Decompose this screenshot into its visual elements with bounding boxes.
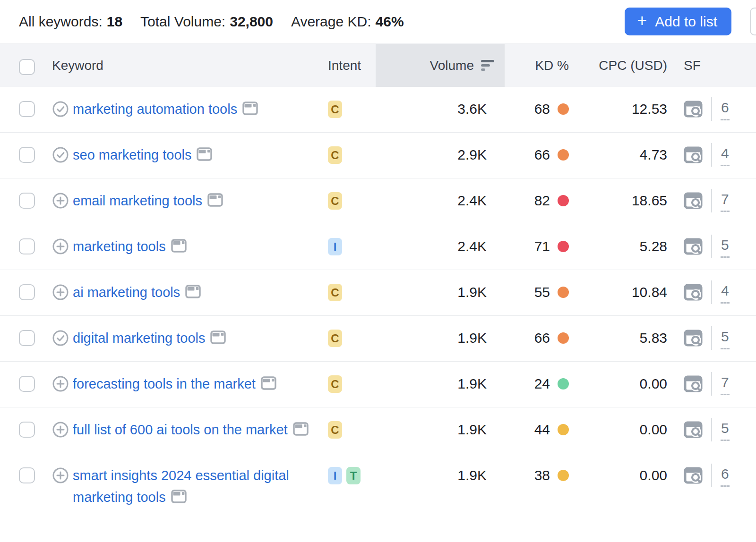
keyword-link[interactable]: email marketing tools <box>73 190 223 212</box>
row-checkbox[interactable] <box>19 193 35 209</box>
summary-stats: All keywords:18 Total Volume:32,800 Aver… <box>19 14 404 30</box>
serp-preview-icon[interactable] <box>684 421 703 438</box>
cpc-column-header: CPC (USD) <box>572 44 671 87</box>
keyword-added-check-circle-icon[interactable] <box>52 101 69 118</box>
row-checkbox[interactable] <box>19 467 35 483</box>
add-keyword-plus-circle-icon[interactable] <box>52 467 69 484</box>
cpc-value: 5.28 <box>640 236 667 257</box>
table-row: ai marketing tools C 1.9K 55 10.84 4 <box>0 270 756 316</box>
serp-preview-icon[interactable] <box>684 330 703 347</box>
divider <box>711 280 712 304</box>
sf-count-link[interactable]: 6 <box>721 465 730 487</box>
intent-badges: C <box>326 373 376 393</box>
intent-badge-c: C <box>328 284 342 301</box>
serp-features-icon <box>207 193 223 207</box>
serp-preview-icon[interactable] <box>684 467 703 484</box>
volume-value: 1.9K <box>457 281 487 303</box>
kd-value: 24 <box>534 373 550 395</box>
cpc-value: 12.53 <box>632 98 667 120</box>
sf-count-link[interactable]: 6 <box>721 98 730 120</box>
intent-badges: C <box>326 144 376 164</box>
add-keyword-plus-circle-icon[interactable] <box>52 284 69 301</box>
intent-badge-c: C <box>328 421 342 439</box>
row-checkbox[interactable] <box>19 101 35 117</box>
average-kd-stat: Average KD:46% <box>291 14 404 30</box>
all-keywords-stat: All keywords:18 <box>19 14 122 30</box>
sort-descending-icon <box>481 60 494 71</box>
plus-icon: + <box>637 12 647 29</box>
kd-level-dot <box>558 241 569 252</box>
add-to-list-button[interactable]: + Add to list <box>625 8 731 35</box>
row-checkbox[interactable] <box>19 284 35 300</box>
sf-count-link[interactable]: 5 <box>721 236 730 258</box>
add-keyword-plus-circle-icon[interactable] <box>52 192 69 209</box>
volume-value: 1.9K <box>457 465 487 486</box>
row-checkbox[interactable] <box>19 376 35 392</box>
kd-value: 66 <box>534 144 550 166</box>
keyword-link[interactable]: seo marketing tools <box>73 144 212 166</box>
keyword-link[interactable]: smart insights 2024 essential digital ma… <box>73 465 309 508</box>
keyword-link[interactable]: ai marketing tools <box>73 281 201 303</box>
kd-value: 44 <box>534 419 550 440</box>
intent-badge-i: I <box>328 238 342 255</box>
sf-count-link[interactable]: 5 <box>721 327 730 349</box>
keyword-link[interactable]: marketing automation tools <box>73 98 258 120</box>
kd-level-dot <box>558 149 569 161</box>
kd-value: 82 <box>534 190 550 212</box>
volume-value: 2.4K <box>457 190 487 212</box>
intent-badges: C <box>326 327 376 347</box>
sf-count-link[interactable]: 7 <box>721 373 730 395</box>
serp-preview-icon[interactable] <box>684 284 703 301</box>
table-row: digital marketing tools C 1.9K 66 5.83 5 <box>0 316 756 362</box>
add-keyword-plus-circle-icon[interactable] <box>52 375 69 392</box>
divider <box>711 97 712 121</box>
serp-features-icon <box>242 102 258 115</box>
serp-preview-icon[interactable] <box>684 101 703 118</box>
divider <box>711 235 712 258</box>
keyword-link[interactable]: digital marketing tools <box>73 327 226 349</box>
keyword-added-check-circle-icon[interactable] <box>52 146 69 163</box>
intent-badge-t: T <box>346 467 361 484</box>
volume-column-header[interactable]: Volume <box>376 44 505 87</box>
keyword-link[interactable]: forecasting tools in the market <box>73 373 276 395</box>
volume-value: 2.9K <box>457 144 487 166</box>
keyword-link[interactable]: full list of 600 ai tools on the market <box>73 419 309 440</box>
serp-preview-icon[interactable] <box>684 146 703 163</box>
cpc-value: 0.00 <box>640 465 667 486</box>
table-row: email marketing tools C 2.4K 82 18.65 7 <box>0 178 756 224</box>
kd-level-dot <box>558 470 569 481</box>
row-checkbox[interactable] <box>19 330 35 346</box>
cpc-value: 18.65 <box>632 190 667 212</box>
sf-column-header: SF <box>671 44 756 87</box>
volume-value: 1.9K <box>457 419 487 440</box>
divider <box>711 326 712 350</box>
clipped-button-right-edge[interactable] <box>750 8 756 35</box>
kd-level-dot <box>558 378 569 390</box>
select-all-checkbox[interactable] <box>19 59 35 75</box>
keyword-added-check-circle-icon[interactable] <box>52 330 69 347</box>
keyword-column-header: Keyword <box>47 44 326 87</box>
table-row: full list of 600 ai tools on the market … <box>0 407 756 453</box>
intent-badge-c: C <box>328 146 342 164</box>
serp-features-icon <box>293 422 309 436</box>
serp-preview-icon[interactable] <box>684 375 703 392</box>
sf-count-link[interactable]: 4 <box>721 144 730 166</box>
row-checkbox[interactable] <box>19 147 35 163</box>
add-keyword-plus-circle-icon[interactable] <box>52 421 69 438</box>
row-checkbox[interactable] <box>19 422 35 438</box>
sf-count-link[interactable]: 5 <box>721 419 730 441</box>
cpc-value: 10.84 <box>632 281 667 303</box>
sf-count-link[interactable]: 4 <box>721 281 730 304</box>
serp-preview-icon[interactable] <box>684 192 703 209</box>
row-checkbox[interactable] <box>19 238 35 254</box>
kd-level-dot <box>558 332 569 344</box>
sf-count-link[interactable]: 7 <box>721 190 730 212</box>
kd-level-dot <box>558 287 569 298</box>
serp-preview-icon[interactable] <box>684 238 703 255</box>
kd-level-dot <box>558 424 569 435</box>
add-keyword-plus-circle-icon[interactable] <box>52 238 69 255</box>
volume-value: 2.4K <box>457 236 487 257</box>
add-to-list-label: Add to list <box>655 14 717 30</box>
keyword-link[interactable]: marketing tools <box>73 236 187 257</box>
kd-level-dot <box>558 103 569 115</box>
